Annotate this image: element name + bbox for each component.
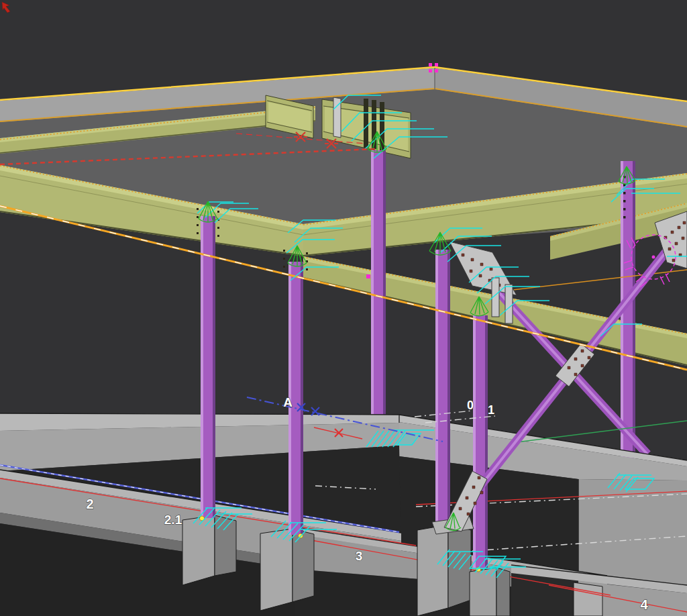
grid-label-a[interactable]: A bbox=[283, 395, 293, 409]
pedestal-f1-front[interactable] bbox=[182, 515, 215, 585]
column-c4[interactable] bbox=[435, 250, 450, 526]
column-c5-highlight bbox=[473, 315, 476, 568]
column-c1-shadow bbox=[213, 216, 215, 518]
column-c3[interactable] bbox=[371, 150, 386, 423]
pedestal-f1-side bbox=[215, 515, 236, 576]
column-c1[interactable] bbox=[201, 216, 215, 518]
column-c5-shadow bbox=[485, 315, 488, 568]
pedestal-f2-side bbox=[293, 529, 314, 602]
column-c3-shadow bbox=[383, 150, 386, 423]
column-c4-highlight bbox=[435, 250, 438, 526]
viewport-3d[interactable]: A 0 1 2 2.1 3 4 bbox=[0, 0, 687, 616]
grid-label-3[interactable]: 3 bbox=[356, 549, 363, 563]
column-c1-highlight bbox=[201, 216, 203, 518]
grid-label-2-1[interactable]: 2.1 bbox=[164, 513, 182, 527]
grid-label-4[interactable]: 4 bbox=[640, 597, 648, 612]
pedestal-f2-front[interactable] bbox=[260, 529, 293, 611]
column-c2-shadow bbox=[301, 262, 303, 535]
grid-label-0[interactable]: 0 bbox=[467, 399, 474, 412]
column-c4-shadow bbox=[447, 250, 450, 526]
shear-plate-2[interactable] bbox=[505, 285, 513, 323]
concrete-block-right[interactable] bbox=[574, 582, 602, 616]
column-c6-shadow bbox=[633, 161, 635, 463]
column-c3-highlight bbox=[371, 150, 374, 423]
pedestal-f3-side bbox=[448, 525, 471, 608]
reference-point-handle[interactable] bbox=[366, 274, 370, 278]
connection-plate-dark-1 bbox=[364, 99, 368, 148]
concrete-structure[interactable] bbox=[0, 413, 687, 616]
circle-center-dot bbox=[652, 256, 655, 259]
column-c5[interactable] bbox=[473, 315, 488, 568]
pedestal-f3-front[interactable] bbox=[417, 525, 448, 616]
grid-label-2[interactable]: 2 bbox=[86, 497, 93, 511]
grid-label-1[interactable]: 1 bbox=[488, 403, 494, 417]
